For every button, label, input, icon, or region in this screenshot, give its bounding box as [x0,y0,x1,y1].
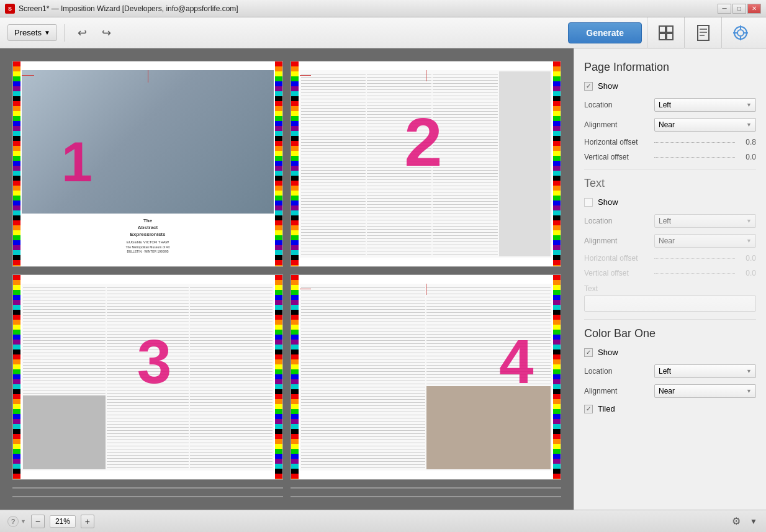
page-info-horiz-row: Horizontal offset 0.8 [584,138,756,147]
page-icon [696,24,711,42]
presets-button[interactable]: Presets ▼ [7,24,57,41]
page-info-vert-field: 0.0 [654,153,756,161]
text-location-select: Left ▼ [654,214,756,228]
color-bar-left-3 [13,275,20,480]
text-alignment-row: Alignment Near ▼ [584,234,756,248]
color-bar-tiled-label: Tiled [598,404,615,413]
color-bar-location-select[interactable]: Left ▼ [654,364,756,378]
color-bar-show-checkbox[interactable] [584,348,593,357]
page-info-location-value: Left [659,101,671,109]
color-bar-right-4 [553,275,561,480]
text-vert-field: 0.0 [654,269,756,277]
app-icon: S [5,4,15,14]
svg-rect-4 [698,25,709,40]
color-bar-show-label: Show [598,348,618,357]
color-bar-left-1 [13,61,20,266]
page-info-location-select[interactable]: Left ▼ [654,98,756,112]
page-cell-5[interactable]: 5 [12,487,283,489]
divider-1 [584,169,756,169]
close-button[interactable]: ✕ [747,4,761,14]
redo-button[interactable]: ↪ [97,23,116,43]
zoom-out-button[interactable]: − [31,515,45,528]
text-horiz-value: 0.0 [739,254,756,263]
page-number-7: 7 [134,496,167,497]
color-bar-left-4 [291,275,299,480]
bottom-bar: ? ▼ − 21% + ⚙ ▼ [0,510,766,532]
color-bar-tiled-row: Tiled [584,404,756,413]
page-number-4: 4 [499,326,534,397]
settings-button[interactable]: ⚙ [729,514,744,529]
minimize-button[interactable]: ─ [718,4,731,14]
help-button[interactable]: ? ▼ [7,516,26,527]
maximize-button[interactable]: □ [732,4,746,14]
page-number-2: 2 [404,102,442,181]
text-input-row: Text [584,284,756,312]
page-cell-7[interactable]: 7 [12,496,283,497]
generate-button[interactable]: Generate [568,22,642,43]
text-vert-label: Vertical offset [584,269,649,277]
color-bar-location-value: Left [659,367,671,376]
page-cell-6[interactable]: 6 [291,487,561,489]
page-view-button[interactable] [684,17,721,48]
text-title: Text [584,177,756,190]
zoom-level-display[interactable]: 21% [50,515,76,528]
page-cell-8[interactable]: 8 [291,496,561,497]
help-icon: ? [7,516,19,527]
svg-rect-3 [667,34,673,40]
titlebar: S Screen1* — Imposition Wizard [Develope… [0,0,766,17]
page-info-horiz-dots [654,142,735,143]
page-info-location-label: Location [584,101,649,109]
page-info-alignment-select[interactable]: Near ▼ [654,118,756,132]
svg-rect-2 [659,34,665,40]
page-info-show-checkbox[interactable] [584,82,593,91]
text-horiz-row: Horizontal offset 0.0 [584,254,756,263]
color-bar-alignment-label: Alignment [584,387,649,395]
target-view-button[interactable] [721,17,759,48]
page-info-title: Page Information [584,61,756,74]
page-cell-2[interactable]: 2 [291,61,561,267]
text-input-field[interactable] [584,295,756,312]
page-cell-1[interactable]: The Abstract Expressionists EUGENE VICTO… [12,61,283,267]
page-cell-3[interactable]: 3 [12,274,283,480]
color-bar-location-label: Location [584,367,649,376]
text-horiz-label: Horizontal offset [584,254,649,263]
svg-rect-1 [667,26,673,32]
text-section: Text Show Location Left ▼ Alignment Near… [584,177,756,312]
canvas-area[interactable]: The Abstract Expressionists EUGENE VICTO… [0,48,574,510]
undo-button[interactable]: ↩ [73,23,92,43]
text-show-checkbox[interactable] [584,198,593,207]
right-toolbar [647,17,759,48]
page-info-vert-value: 0.0 [739,153,756,161]
expand-button[interactable]: ▼ [749,514,759,529]
page-info-alignment-row: Alignment Near ▼ [584,118,756,132]
text-vert-value: 0.0 [739,269,756,277]
text-location-arrow-icon: ▼ [746,218,752,224]
color-bar-right-2 [553,61,561,266]
text-show-row: Show [584,197,756,207]
page-number-3: 3 [137,326,172,397]
color-bar-section: Color Bar One Show Location Left ▼ Align… [584,327,756,413]
page-info-vert-dots [654,157,735,158]
page-cell-4[interactable]: 4 [291,274,561,480]
help-arrow-icon: ▼ [20,518,26,525]
color-bar-show-row: Show [584,348,756,357]
text-show-label: Show [598,197,618,207]
page-info-alignment-value: Near [659,120,675,129]
color-bar-alignment-select[interactable]: Near ▼ [654,384,756,398]
zoom-in-icon: + [85,516,90,526]
grid-view-button[interactable] [647,17,684,48]
page-info-vert-row: Vertical offset 0.0 [584,153,756,161]
text-location-value: Left [659,217,671,225]
grid-icon [657,24,675,42]
text-text-label: Text [584,284,598,293]
page-info-horiz-field: 0.8 [654,138,756,147]
page-info-alignment-arrow-icon: ▼ [746,122,752,128]
gear-icon: ⚙ [732,515,741,527]
right-panel: Page Information Show Location Left ▼ Al… [574,48,766,510]
text-location-row: Location Left ▼ [584,214,756,228]
page-info-location-row: Location Left ▼ [584,98,756,112]
color-bar-tiled-checkbox[interactable] [584,405,593,413]
color-bar-location-row: Location Left ▼ [584,364,756,378]
zoom-in-button[interactable]: + [81,515,94,528]
svg-point-9 [737,30,744,36]
